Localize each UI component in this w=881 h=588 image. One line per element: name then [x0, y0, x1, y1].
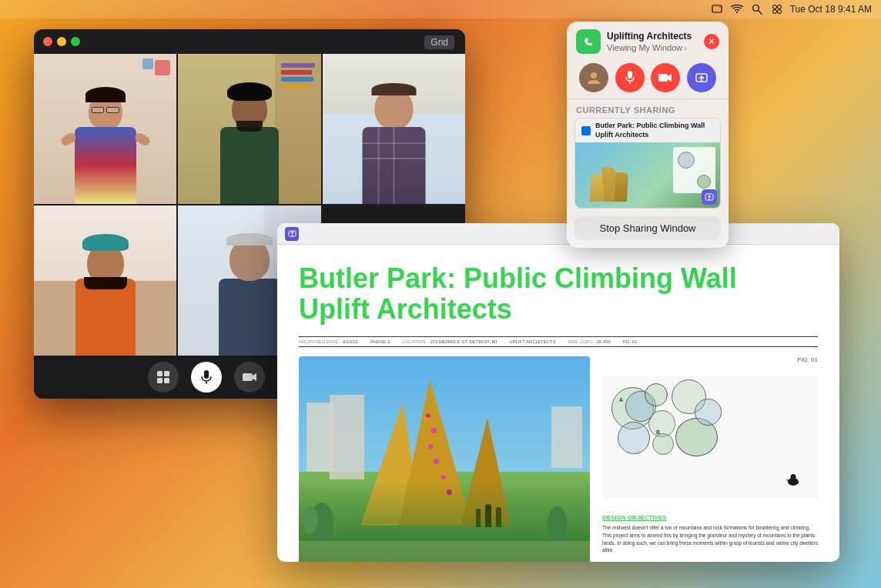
grid-label[interactable]: Grid: [424, 35, 454, 49]
svg-point-1: [719, 5, 721, 8]
svg-point-7: [777, 10, 781, 14]
menu-bar: Tue Oct 18 9:41 AM: [0, 0, 881, 18]
document-titlebar: [277, 223, 839, 245]
fullscreen-button[interactable]: [71, 37, 80, 46]
minimize-button[interactable]: [57, 37, 66, 46]
svg-point-18: [591, 72, 597, 79]
mic-button[interactable]: [615, 63, 645, 92]
design-objectives-text: The midwest doesn't offer a ton of mount…: [602, 524, 818, 554]
document-window: Butler Park: Public Climbing Wall Uplift…: [277, 223, 839, 562]
shared-title-bar: Butler Park: Public Climbing Wall Uplift…: [575, 119, 720, 142]
profile-icon-button[interactable]: [579, 63, 608, 92]
shared-doc-title: Butler Park: Public Climbing Wall Uplift…: [595, 122, 705, 139]
video-button[interactable]: [651, 63, 680, 92]
document-content: Butler Park: Public Climbing Wall Uplift…: [277, 245, 839, 562]
video-cell-2: [178, 54, 320, 204]
menubar-right: Tue Oct 18 9:41 AM: [710, 4, 872, 15]
shared-preview-image: [575, 142, 720, 208]
meta-location: LOCATION: 153 MERRICK ST, DETROIT, MI: [402, 339, 497, 344]
search-icon[interactable]: [750, 4, 764, 15]
svg-rect-17: [581, 34, 596, 49]
svg-rect-10: [157, 378, 162, 383]
traffic-lights: [43, 37, 80, 46]
meta-page: PG. 01: [623, 339, 638, 344]
svg-rect-14: [243, 373, 253, 381]
camera-button[interactable]: [234, 362, 265, 393]
svg-rect-21: [658, 74, 668, 82]
meta-firm: UPLIFT ARCHITECTS: [509, 339, 555, 344]
meta-phase: PHASE 3: [370, 339, 390, 344]
app-icon: [576, 29, 601, 54]
svg-rect-12: [204, 370, 209, 379]
meta-size: SIZE (GSF): 35,450: [568, 339, 610, 344]
stop-sharing-button[interactable]: Stop Sharing Window: [574, 216, 721, 240]
document-share-icon: [285, 227, 299, 241]
svg-point-4: [772, 5, 776, 9]
svg-point-5: [777, 5, 781, 9]
design-objectives-title: DESIGN OBJECTIVES: [602, 514, 818, 521]
document-main-image: [299, 356, 590, 562]
svg-rect-19: [628, 71, 632, 79]
notification-subtitle: Viewing My Window ›: [607, 43, 698, 52]
svg-rect-8: [157, 371, 162, 376]
facetime-titlebar: Grid: [34, 29, 465, 54]
video-cell-4: [34, 205, 176, 356]
shared-favicon: [581, 126, 591, 135]
notification-actions: [567, 60, 729, 99]
video-cell-1: [34, 54, 176, 204]
video-cell-3: [323, 54, 465, 204]
notification-title-group: Uplifting Architects Viewing My Window ›: [607, 31, 698, 52]
figure-label: FIG. 01: [602, 356, 818, 363]
notification-close-button[interactable]: ×: [704, 34, 719, 49]
notification-popup: Uplifting Architects Viewing My Window ›…: [567, 22, 729, 248]
document-diagram: A B: [602, 376, 818, 499]
mute-button[interactable]: [191, 362, 222, 393]
svg-point-26: [791, 474, 796, 480]
controlcenter-icon[interactable]: [770, 4, 784, 15]
close-button[interactable]: [43, 37, 52, 46]
svg-rect-11: [164, 378, 169, 383]
wifi-icon[interactable]: [730, 4, 744, 15]
meta-proposed-date: PROPOSED DATE: 6/19/22: [299, 339, 358, 344]
grid-view-button[interactable]: [148, 362, 179, 393]
share-icon-button[interactable]: [687, 63, 716, 92]
screen-record-icon[interactable]: [710, 4, 724, 15]
document-title: Butler Park: Public Climbing Wall Uplift…: [299, 263, 818, 324]
document-meta-bar: PROPOSED DATE: 6/19/22 PHASE 3 LOCATION:…: [299, 336, 818, 347]
sharing-label: Currently Sharing: [567, 99, 729, 118]
svg-point-6: [772, 10, 776, 14]
document-side-panel: FIG. 01 A B: [602, 356, 818, 562]
notification-app-name: Uplifting Architects: [607, 31, 698, 43]
menubar-datetime: Tue Oct 18 9:41 AM: [790, 4, 872, 15]
notification-header: Uplifting Architects Viewing My Window ›…: [567, 22, 729, 60]
shared-content-preview: Butler Park: Public Climbing Wall Uplift…: [574, 118, 721, 209]
document-body: FIG. 01 A B: [299, 356, 818, 562]
svg-line-3: [758, 11, 762, 15]
document-text-section: DESIGN OBJECTIVES The midwest doesn't of…: [602, 514, 818, 554]
svg-rect-9: [164, 371, 169, 376]
